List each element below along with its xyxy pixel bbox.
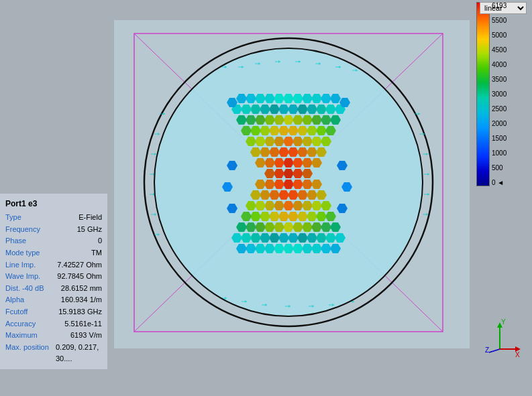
scale-label: 3000 <box>492 90 507 98</box>
color-scale-container: linear log dB 61935500500045004000350030… <box>476 0 530 208</box>
scale-label: 0 ◄ <box>492 179 507 186</box>
scale-label: 4500 <box>492 46 507 54</box>
info-value: 7.42527 Ohm <box>57 259 102 271</box>
scale-label: 4000 <box>492 61 507 68</box>
info-value: 6193 V/m <box>70 330 102 342</box>
info-value: 160.934 1/m <box>61 294 102 306</box>
viewport: Port1 e3 TypeE-FieldFrequency15 GHzPhase… <box>0 0 532 396</box>
svg-text:Z: Z <box>485 346 489 354</box>
info-row: Mode typeTM <box>5 247 102 259</box>
scale-label: 2000 <box>492 120 507 127</box>
info-row: TypeE-Field <box>5 212 102 224</box>
scale-label: 1500 <box>492 135 507 142</box>
svg-text:X: X <box>515 351 520 358</box>
scale-label: 2500 <box>492 105 507 113</box>
info-panel: Port1 e3 TypeE-FieldFrequency15 GHzPhase… <box>0 194 107 369</box>
info-value: 0.209, 0.217, 30.... <box>56 342 102 365</box>
info-row: Dist. -40 dB28.6152 mm <box>5 283 102 295</box>
info-label: Wave Imp. <box>5 271 56 283</box>
info-row: Wave Imp.92.7845 Ohm <box>5 271 102 283</box>
scale-label: 500 <box>492 164 507 172</box>
info-row: Frequency15 GHz <box>5 224 102 236</box>
info-label: Accuracy <box>5 318 56 330</box>
info-label: Max. position <box>5 342 56 365</box>
info-label: Phase <box>5 235 56 247</box>
info-row: Line Imp.7.42527 Ohm <box>5 259 102 271</box>
info-row: Fcutoff15.9183 GHz <box>5 306 102 318</box>
info-label: Mode type <box>5 247 56 259</box>
info-label: Maximum <box>5 330 56 342</box>
scale-labels: 6193550050004500400035003000250020001500… <box>492 2 507 186</box>
info-value: 5.5161e-11 <box>64 318 102 330</box>
info-label: Frequency <box>5 224 56 236</box>
info-row: Alpha160.934 1/m <box>5 294 102 306</box>
scale-label: 3500 <box>492 76 507 83</box>
svg-line-222 <box>489 349 500 352</box>
info-label: Line Imp. <box>5 259 56 271</box>
info-value: TM <box>91 247 102 259</box>
info-label: Type <box>5 212 56 224</box>
info-row: Maximum6193 V/m <box>5 330 102 342</box>
scale-label: 1000 <box>492 149 507 157</box>
color-scale-bar <box>476 2 490 186</box>
axes-indicator: Y X Z <box>478 316 522 359</box>
info-value: 15 GHz <box>77 224 102 236</box>
info-title: Port1 e3 <box>5 198 102 210</box>
info-value: 15.9183 GHz <box>58 306 102 318</box>
info-row: Phase0 <box>5 235 102 247</box>
scale-label: 5000 <box>492 31 507 39</box>
scale-label: 6193 <box>492 2 507 9</box>
info-row: Accuracy5.5161e-11 <box>5 318 102 330</box>
info-label: Fcutoff <box>5 306 56 318</box>
info-label: Dist. -40 dB <box>5 283 56 295</box>
info-label: Alpha <box>5 294 56 306</box>
svg-text:Y: Y <box>501 318 506 326</box>
scale-label: 5500 <box>492 17 507 24</box>
field-visualization <box>114 20 470 348</box>
info-value: 28.6152 mm <box>61 283 102 295</box>
info-row: Max. position0.209, 0.217, 30.... <box>5 342 102 365</box>
info-value: 0 <box>98 235 102 247</box>
info-value: E-Field <box>78 212 102 224</box>
info-value: 92.7845 Ohm <box>57 271 102 283</box>
